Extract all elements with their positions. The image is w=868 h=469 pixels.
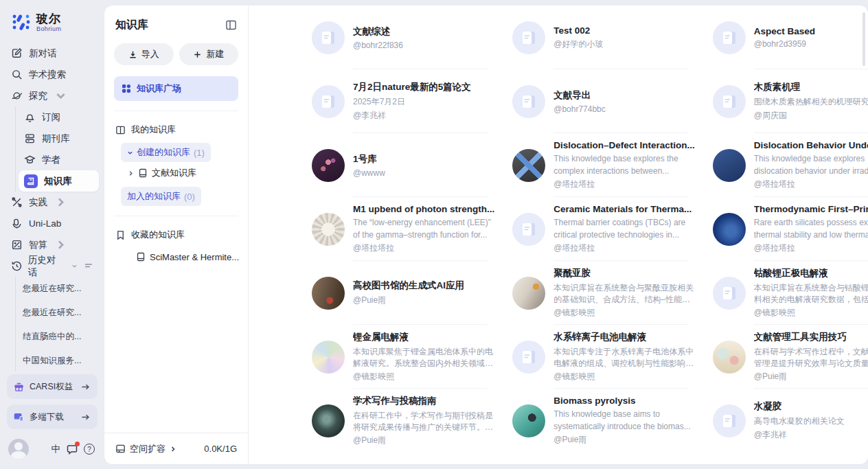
sidebar-item-practice[interactable]: 实践 xyxy=(5,192,99,213)
created-kb-child[interactable]: 文献知识库 xyxy=(104,162,248,184)
kb-card-avatar xyxy=(713,341,746,374)
kb-card-avatar xyxy=(713,85,746,118)
kb-card[interactable]: 水系锌离子电池电解液 本知识库专注于水系锌离子电池体系中电解液的组成、调控机制与… xyxy=(512,325,695,389)
kb-card[interactable]: Dislocation–Defect Interaction... This k… xyxy=(512,133,695,197)
sidebar-item-new-chat[interactable]: 新对话 xyxy=(5,43,99,64)
storage-usage: 0.0K/1G xyxy=(204,444,237,454)
app-root: 玻尔 Bohrium 新对话 学术搜索 探究 订阅 xyxy=(0,0,868,469)
brand-name: 玻尔 xyxy=(36,13,61,25)
kb-card[interactable]: 1号库 @wwww xyxy=(312,133,494,197)
kb-card[interactable]: 钴酸锂正极电解液 本知识库旨在系统整合与钴酸锂正极材料相关的电解液研究数据，包括… xyxy=(713,261,868,325)
kb-card-avatar xyxy=(512,404,545,437)
kb-card[interactable]: 水凝胶 高导电水凝胶的相关论文 @李兆祥 xyxy=(713,389,868,453)
language-toggle[interactable]: 中 xyxy=(52,443,61,455)
kb-card[interactable]: Biomass pyrolysis This knowledge base ai… xyxy=(512,389,695,453)
new-button[interactable]: 新建 xyxy=(179,43,239,65)
kb-card[interactable]: Aspect Based @bohr2d3959 xyxy=(713,5,868,69)
kb-card-avatar xyxy=(512,341,545,374)
notification-dot xyxy=(75,442,80,446)
kb-card[interactable]: 锂金属电解液 本知识库聚焦于锂金属电池体系中的电解液研究。系统整合国内外相关领域… xyxy=(312,325,494,389)
kb-card[interactable]: 文献管理工具实用技巧 在科研与学术写作过程中，文献的高效管理是提升研究效率与论文… xyxy=(713,325,868,389)
history-item[interactable]: 结直肠癌中的... xyxy=(23,325,104,349)
compute-icon xyxy=(11,239,23,251)
kb-card[interactable]: Ceramic Materials for Therma... Thermal … xyxy=(512,197,695,261)
kb-card-desc: 在科研与学术写作过程中，文献的高效管理是提升研究效率与论文质量的关键环... xyxy=(754,346,868,370)
history-item[interactable]: 您最近在研究... xyxy=(23,301,104,325)
multi-device-download-button[interactable]: 多端下载 xyxy=(7,404,98,429)
sidebar-item-label: 期刊库 xyxy=(42,133,70,145)
created-kb-group[interactable]: 创建的知识库 (1) xyxy=(121,143,211,162)
document-icon xyxy=(720,412,738,430)
kb-card[interactable]: 文献导出 @bohr774bbc xyxy=(512,69,695,133)
joined-kb-group[interactable]: 加入的知识库 (0) xyxy=(121,187,201,206)
kb-card-desc: 2025年7月2日 xyxy=(353,96,494,108)
sidebar-item-label: 订阅 xyxy=(42,111,60,124)
sidebar-item-academic-search[interactable]: 学术搜索 xyxy=(5,64,99,85)
carsi-benefits-button[interactable]: CARSI权益 xyxy=(7,374,98,399)
kb-card[interactable]: 木质素机理 围绕木质素热解相关的机理研究知识库 @周庆国 xyxy=(713,69,868,133)
import-button[interactable]: 导入 xyxy=(114,43,174,65)
history-item[interactable]: 中国知识服务... xyxy=(23,349,104,371)
grid-icon xyxy=(122,84,131,93)
kb-card-title: 1号库 xyxy=(353,153,494,165)
sidebar-footer: 中 ? xyxy=(0,432,104,469)
sidebar-item-zhisuan[interactable]: 智算 xyxy=(5,234,99,255)
sidebar-item-history[interactable]: 历史对话 xyxy=(5,255,99,277)
scrollbar-thumb[interactable] xyxy=(863,12,865,66)
kb-card[interactable]: 7月2日nature最新的5篇论文 2025年7月2日 @李兆祥 xyxy=(312,69,494,133)
kb-card-author: @塔拉塔拉 xyxy=(553,179,695,190)
notebook-icon xyxy=(138,168,148,178)
favorites-kb-child[interactable]: SciMaster & Hermite... xyxy=(104,245,248,268)
kb-card-title: 水系锌离子电池电解液 xyxy=(553,331,695,343)
my-kb-item[interactable]: 我的知识库 xyxy=(104,119,248,140)
kb-card-avatar xyxy=(312,277,345,310)
document-icon xyxy=(319,29,337,47)
sidebar-item-knowledge-base[interactable]: 知识库 xyxy=(19,170,99,192)
kb-plaza-item[interactable]: 知识库广场 xyxy=(114,76,238,101)
bookmark-icon xyxy=(115,230,126,240)
sidebar-item-unilab[interactable]: Uni-Lab xyxy=(5,213,99,234)
kb-card[interactable]: 学术写作与投稿指南 在科研工作中，学术写作与期刊投稿是将研究成果传播与推广的关键… xyxy=(312,389,494,453)
kb-card-author: @bohr774bbc xyxy=(553,104,695,114)
kb-card[interactable]: Test 002 @好学的小玻 xyxy=(512,5,695,69)
sidebar-item-label: 探究 xyxy=(29,90,47,102)
chevron-right-icon xyxy=(55,239,67,251)
history-item[interactable]: 您最近在研究... xyxy=(23,277,104,301)
kb-card-title: 学术写作与投稿指南 xyxy=(353,395,494,407)
brand-subname: Bohrium xyxy=(36,25,61,32)
user-avatar[interactable] xyxy=(8,439,29,459)
kb-card-title: Dislocation–Defect Interaction... xyxy=(553,140,695,150)
kb-card[interactable]: 文献综述 @bohr22f836 xyxy=(312,5,494,69)
kb-card[interactable]: Thermodynamic First–Principl... Rare ear… xyxy=(713,197,868,261)
kb-card-avatar xyxy=(713,404,746,437)
collapse-panel-icon[interactable] xyxy=(225,19,237,31)
document-icon xyxy=(520,29,538,47)
kb-card-author: @李兆祥 xyxy=(754,429,868,441)
kb-card[interactable]: Dislocation Behavior Under Irr... This k… xyxy=(713,133,868,197)
kb-card-desc: 本知识库聚焦于锂金属电池体系中的电解液研究。系统整合国内外相关领域的最... xyxy=(353,346,494,370)
favorites-kb-item[interactable]: 收藏的知识库 xyxy=(104,225,248,245)
sidebar-item-label: 学术搜索 xyxy=(29,69,66,81)
kb-card[interactable]: M1 upbend of photon strength... The “low… xyxy=(312,197,494,261)
arrow-right-icon xyxy=(80,382,91,392)
sidebar-item-label: 学者 xyxy=(42,154,60,166)
sidebar-item-scholars[interactable]: 学者 xyxy=(19,149,99,170)
kb-card-desc: 围绕木质素热解相关的机理研究知识库 xyxy=(754,96,868,108)
history-list-icon[interactable] xyxy=(84,262,93,271)
bohrium-logo-icon xyxy=(11,12,32,33)
kb-card[interactable]: 聚酰亚胺 本知识库旨在系统整合与聚酰亚胺相关的基础知识、合成方法、结构–性能关系… xyxy=(512,261,695,325)
feedback-chat-button[interactable] xyxy=(67,444,78,455)
brand-logo[interactable]: 玻尔 Bohrium xyxy=(0,8,104,43)
my-kb-label: 我的知识库 xyxy=(131,124,176,136)
storage-expand-button[interactable]: 空间扩容 0.0K/1G xyxy=(104,433,248,464)
sidebar-item-subscribe[interactable]: 订阅 xyxy=(19,106,99,128)
help-button[interactable]: ? xyxy=(84,444,95,455)
notebook-icon xyxy=(136,252,146,262)
kb-card-author: @wwww xyxy=(353,168,494,178)
sidebar-item-explore[interactable]: 探究 xyxy=(5,85,99,106)
gift-icon xyxy=(14,382,24,392)
kb-card[interactable]: 高校图书馆的生成式AI应用 @Puie雨 xyxy=(312,261,494,325)
sidebar-item-journals[interactable]: 期刊库 xyxy=(19,128,99,149)
sidebar-nav: 新对话 学术搜索 探究 订阅 期刊库 xyxy=(0,43,104,277)
kb-card-desc: 本知识库旨在系统整合与聚酰亚胺相关的基础知识、合成方法、结构–性能关系... xyxy=(553,282,695,306)
